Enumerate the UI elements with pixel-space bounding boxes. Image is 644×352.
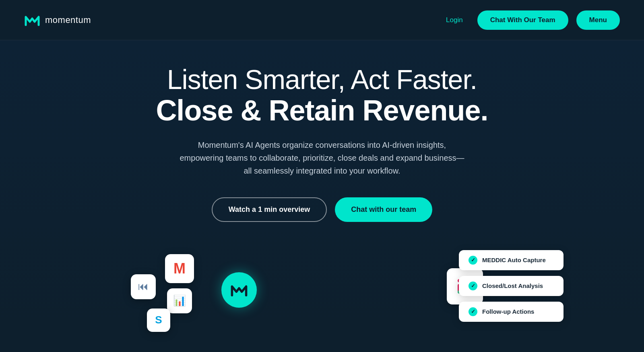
menu-button[interactable]: Menu xyxy=(576,10,620,30)
logo: momentum xyxy=(24,14,91,27)
momentum-logo-icon xyxy=(24,14,40,27)
hero-headline-light: Listen Smarter, Act Faster. xyxy=(8,64,636,95)
nav-right: Login Chat With Our Team Menu xyxy=(440,10,620,30)
watch-overview-button[interactable]: Watch a 1 min overview xyxy=(212,197,327,222)
pill-meddic-label: MEDDIC Auto Capture xyxy=(482,257,546,263)
pill-followup: ✓ Follow-up Actions xyxy=(459,302,564,322)
pill-followup-label: Follow-up Actions xyxy=(482,308,534,315)
hero-headline-bold: Close & Retain Revenue. xyxy=(8,95,636,126)
chat-team-button[interactable]: Chat With Our Team xyxy=(477,10,568,30)
navbar: momentum Login Chat With Our Team Menu xyxy=(0,0,644,40)
replay-icon: ⏮ xyxy=(138,280,149,293)
feature-pills: ✓ MEDDIC Auto Capture ✓ Closed/Lost Anal… xyxy=(459,250,564,322)
gmail-icon: M xyxy=(173,260,186,277)
check-icon-closed: ✓ xyxy=(469,282,477,290)
hero-section: Listen Smarter, Act Faster. Close & Reta… xyxy=(0,40,644,327)
pill-closed-lost: ✓ Closed/Lost Analysis xyxy=(459,276,564,296)
check-icon-meddic: ✓ xyxy=(469,256,477,265)
hero-buttons: Watch a 1 min overview Chat with our tea… xyxy=(8,197,636,222)
salesforce-card: S xyxy=(147,309,170,332)
gmail-card: M xyxy=(165,254,194,283)
integration-visual: M ⏮ 📊 S xyxy=(8,246,636,327)
login-link[interactable]: Login xyxy=(440,13,469,27)
center-logo-icon xyxy=(230,283,248,297)
intercom-card: 📊 xyxy=(167,288,192,313)
hero-subtext: Momentum's AI Agents organize conversati… xyxy=(177,139,467,177)
pill-meddic: ✓ MEDDIC Auto Capture xyxy=(459,250,564,270)
intercom-icon: 📊 xyxy=(173,294,186,307)
replay-card: ⏮ xyxy=(131,274,156,299)
logo-text: momentum xyxy=(45,15,91,25)
check-icon-followup: ✓ xyxy=(469,307,477,316)
salesforce-icon: S xyxy=(155,314,162,326)
chat-hero-button[interactable]: Chat with our team xyxy=(335,197,432,222)
center-momentum-circle xyxy=(221,272,257,308)
pill-closed-lost-label: Closed/Lost Analysis xyxy=(482,282,543,289)
